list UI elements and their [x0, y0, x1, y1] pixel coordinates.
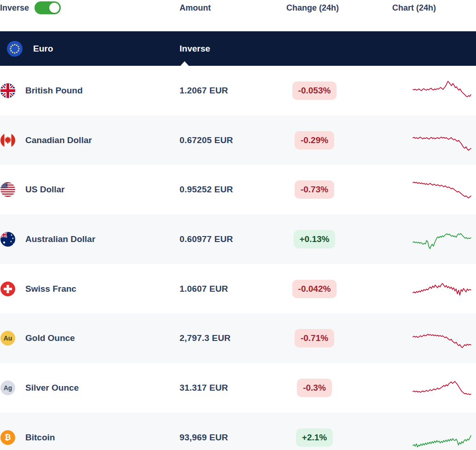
change-badge: -0.3%: [297, 379, 332, 397]
currency-name: Gold Ounce: [25, 333, 75, 343]
silver-icon: Ag: [0, 381, 15, 395]
column-header-chart: Chart (24h): [392, 3, 476, 13]
table-row-canadian-dollar[interactable]: Canadian Dollar 0.67205 EUR -0.29%: [0, 115, 476, 165]
ch-flag-icon: [0, 282, 15, 296]
table-row-australian-dollar[interactable]: Australian Dollar 0.60977 EUR +0.13%: [0, 214, 476, 264]
eu-flag-icon: [7, 41, 23, 57]
change-badge: -0.29%: [295, 131, 334, 150]
base-currency-name: Euro: [33, 44, 53, 54]
currency-name: US Dollar: [25, 185, 65, 195]
currency-name: Silver Ounce: [25, 383, 79, 393]
gold-icon: Au: [0, 331, 15, 346]
currency-name: Bitcoin: [25, 433, 55, 443]
currency-name: Swiss Franc: [25, 284, 76, 294]
sparkline-chart: [412, 374, 472, 402]
gb-flag-icon: [0, 83, 15, 98]
sparkline-chart: [412, 423, 472, 450]
amount-value: 31.317 EUR: [180, 383, 286, 393]
inverse-toggle-switch[interactable]: [35, 1, 61, 14]
inverse-control: Inverse: [0, 1, 180, 14]
table-row-us-dollar[interactable]: US Dollar 0.95252 EUR -0.73%: [0, 165, 476, 214]
sparkline-chart: [412, 275, 472, 303]
column-header-amount: Amount: [180, 3, 286, 13]
table-row-silver-ounce[interactable]: Ag Silver Ounce 31.317 EUR -0.3%: [0, 363, 476, 413]
table-row-gold-ounce[interactable]: Au Gold Ounce 2,797.3 EUR -0.71%: [0, 313, 476, 363]
table-row-bitcoin[interactable]: ₿ Bitcoin 93,969 EUR +2.1%: [0, 413, 476, 450]
amount-value: 0.60977 EUR: [180, 234, 286, 244]
amount-value: 1.2067 EUR: [180, 86, 286, 96]
sparkline-chart: [412, 126, 472, 155]
change-badge: -0.73%: [295, 180, 334, 199]
inverse-toggle-label: Inverse: [0, 3, 29, 13]
rates-table: British Pound 1.2067 EUR -0.053% Canadia…: [0, 66, 476, 450]
table-row-british-pound[interactable]: British Pound 1.2067 EUR -0.053%: [0, 66, 476, 115]
base-currency-bar: Euro Inverse: [0, 31, 476, 66]
sparkline-chart: [412, 76, 472, 105]
selected-row-notch: [180, 61, 189, 66]
sparkline-chart: [412, 324, 472, 352]
change-badge: +0.13%: [294, 230, 336, 248]
change-badge: -0.042%: [292, 280, 337, 298]
change-badge: -0.71%: [295, 329, 334, 347]
au-flag-icon: [0, 232, 15, 247]
ca-flag-icon: [0, 133, 15, 148]
column-header-row: Inverse Amount Change (24h) Chart (24h): [0, 0, 476, 16]
currency-name: British Pound: [25, 86, 83, 96]
amount-value: 0.95252 EUR: [180, 185, 286, 195]
sparkline-chart: [412, 175, 472, 204]
amount-value: 0.67205 EUR: [180, 135, 286, 145]
amount-value: 93,969 EUR: [180, 433, 286, 443]
table-row-swiss-franc[interactable]: Swiss Franc 1.0607 EUR -0.042%: [0, 264, 476, 314]
us-flag-icon: [0, 182, 15, 197]
amount-value: 2,797.3 EUR: [180, 333, 286, 343]
column-header-change: Change (24h): [286, 3, 392, 13]
currency-name: Canadian Dollar: [25, 135, 92, 145]
base-mode-label: Inverse: [180, 44, 476, 54]
sparkline-chart: [412, 225, 472, 254]
currency-table-app: Inverse Amount Change (24h) Chart (24h) …: [0, 0, 476, 450]
btc-icon: ₿: [0, 430, 15, 445]
toggle-knob-icon: [49, 3, 59, 13]
amount-value: 1.0607 EUR: [180, 284, 286, 294]
change-badge: +2.1%: [296, 428, 333, 447]
change-badge: -0.053%: [292, 81, 337, 100]
currency-name: Australian Dollar: [25, 234, 95, 244]
